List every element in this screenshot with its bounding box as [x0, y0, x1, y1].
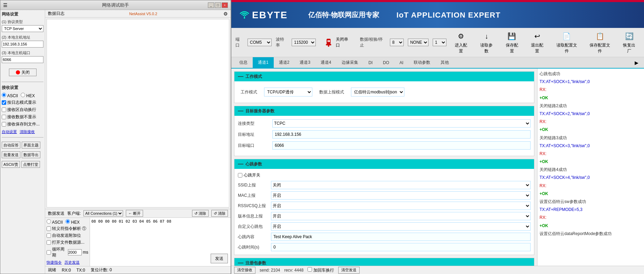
cycle-input[interactable]: [68, 249, 82, 255]
tab-info[interactable]: 信息: [234, 57, 253, 68]
tips-link[interactable]: 快捷指令: [47, 260, 62, 265]
tab-channel1[interactable]: 通道1: [253, 57, 274, 68]
tab-channel3[interactable]: 通道3: [294, 57, 315, 68]
baud-select[interactable]: 115200: [292, 39, 316, 46]
send-header: 数据发送 客户端: All Connections (1) ← 断开 ↺ 清除 …: [45, 209, 231, 218]
client-select[interactable]: All Connections (1): [83, 210, 123, 216]
sidebar-btn-row2: 批量发送 数据导出: [2, 151, 43, 158]
ascii-radio-label[interactable]: ASCII: [2, 93, 18, 98]
close-port-area: 关闭串口: [323, 37, 352, 48]
send-textarea[interactable]: 08 00 00 00 01 02 03 04 05 06 07 08: [90, 218, 231, 266]
mac-report-select[interactable]: 开启: [271, 191, 531, 200]
parity-select[interactable]: NONE: [408, 39, 429, 46]
no-display-check[interactable]: [2, 115, 6, 119]
ssid-report-select[interactable]: 关闭: [271, 181, 531, 189]
report-mode-select[interactable]: 亿佰特云modbus转json: [351, 88, 404, 97]
hex-radio[interactable]: [21, 93, 25, 97]
save-file-check[interactable]: [2, 122, 6, 126]
custom-heartbeat-select[interactable]: 开启: [271, 222, 531, 231]
heartbeat-toggle[interactable]: [238, 173, 242, 177]
tab-linked-params[interactable]: 联动参数: [409, 57, 435, 68]
clear-all-btn[interactable]: ↺ 清除: [211, 210, 228, 217]
clear-send-status-btn[interactable]: 清空发送: [338, 267, 360, 274]
target-port-input[interactable]: [272, 141, 531, 150]
history-link[interactable]: 历史发送: [64, 260, 80, 265]
target-port-label: 目标端口: [238, 143, 269, 149]
connect-type-label: 连接类型: [238, 121, 269, 126]
tab-channel2[interactable]: 通道2: [274, 57, 295, 68]
auto-response-btn[interactable]: 自动应答: [2, 142, 20, 149]
clear-recv-link[interactable]: 清除接收: [20, 129, 35, 134]
protocol-select[interactable]: TCP Server: [2, 25, 43, 32]
work-mode-select[interactable]: TCP/UDP透传: [264, 88, 312, 97]
enter-config-btn[interactable]: ⚙ 进入配置: [451, 29, 472, 55]
auto-send-row: 自动发送附加位: [47, 233, 88, 239]
local-port-input[interactable]: [2, 56, 43, 63]
divider2: [2, 137, 43, 138]
restore-btn[interactable]: 🔄 恢复出厂: [618, 29, 640, 55]
tab-edge-collect[interactable]: 边缘采集: [336, 57, 363, 68]
restore-btn[interactable]: □: [215, 2, 221, 8]
read-params-btn[interactable]: ↓ 读取参数: [476, 29, 497, 55]
tab-di[interactable]: DI: [363, 58, 378, 68]
show-mode-check[interactable]: [2, 100, 6, 105]
send-hex-radio[interactable]: [66, 219, 70, 224]
settings-icon[interactable]: ⚙: [223, 11, 228, 17]
exit-config-btn[interactable]: ↩ 退出配置: [527, 29, 548, 55]
connect-type-select[interactable]: TCPC: [272, 119, 531, 128]
send-ascii-label[interactable]: ASCII: [47, 219, 63, 225]
heartbeat-content-input[interactable]: [271, 233, 531, 241]
data-output-btn[interactable]: 数据导出: [22, 151, 40, 158]
close-btn-label: 关闭: [21, 70, 30, 75]
version-report-select[interactable]: 开启: [271, 212, 531, 220]
convert-check[interactable]: [47, 226, 51, 231]
report-mode-label: 数据上报模式: [319, 89, 344, 95]
auto-send-check[interactable]: [47, 233, 51, 238]
close-btn-win[interactable]: ×: [222, 2, 228, 8]
auto-wrap-check[interactable]: [2, 108, 6, 112]
heartbeat-time-input[interactable]: [271, 243, 531, 251]
target-ip-input[interactable]: [272, 130, 531, 139]
tab-other[interactable]: 其他: [435, 57, 454, 68]
log-entry: RX:: [540, 87, 642, 93]
tab-do[interactable]: DO: [378, 58, 394, 68]
tab-ai[interactable]: AI: [394, 58, 409, 68]
disconnect-btn[interactable]: ← 断开: [126, 210, 143, 217]
batch-send-btn[interactable]: 批量发送: [2, 151, 20, 158]
tab-arrow[interactable]: ▶: [632, 59, 641, 67]
save-config-file-btn[interactable]: 📋 保存配置文件: [585, 29, 615, 55]
netassist-menu-icon[interactable]: ☰: [3, 2, 8, 8]
loopback-check[interactable]: [308, 267, 312, 272]
send-box-area: ASCII HEX 转义符指令解析 ① 自动发送附加位: [45, 218, 231, 266]
send-options: ASCII HEX 转义符指令解析 ① 自动发送附加位: [45, 218, 90, 266]
protocol-field: (1) 协议类型 TCP Server: [2, 19, 43, 32]
mac-report-label: MAC上报: [238, 193, 269, 199]
open-file-label: 打开文件数据源...: [52, 240, 84, 245]
tab-channel4[interactable]: 通道4: [315, 57, 336, 68]
open-file-check[interactable]: [47, 240, 51, 245]
hex-radio-label[interactable]: HEX: [21, 93, 35, 98]
local-ip-input[interactable]: [2, 41, 43, 48]
clear-recv-btn[interactable]: 清空接收: [234, 267, 255, 274]
dot-print-btn[interactable]: 点整打堂: [21, 161, 40, 168]
minimize-btn[interactable]: _: [208, 2, 214, 8]
ascii-radio[interactable]: [2, 93, 6, 97]
send-ascii-radio[interactable]: [47, 219, 51, 224]
cycle-check[interactable]: [47, 250, 51, 255]
log-entry: RX:: [540, 183, 642, 189]
send-hex-label[interactable]: HEX: [66, 219, 80, 225]
heartbeat-body: 心跳开关 SSID上报 关闭 MAC上报 开启 RSSI/CSQ上报: [234, 169, 534, 255]
read-config-file-btn[interactable]: 📄 读取配置文件: [552, 29, 581, 55]
save-config-btn[interactable]: 💾 保存配置: [501, 29, 523, 55]
close-connection-btn[interactable]: 关闭: [9, 69, 37, 76]
port-select[interactable]: COM5: [248, 39, 272, 46]
rssi-report-select[interactable]: 开启: [271, 202, 531, 210]
send-button[interactable]: 发送: [211, 254, 228, 263]
stop-bits-select[interactable]: 1: [433, 39, 446, 46]
clear-send-btn[interactable]: ↺ 清除: [192, 210, 209, 217]
ascii-slash-btn[interactable]: ASCII/责: [2, 161, 20, 168]
data-bits-select[interactable]: 8: [390, 39, 404, 46]
auto-config-link[interactable]: 自动设置: [2, 129, 17, 134]
theme-btn[interactable]: 界面主题: [22, 142, 40, 149]
log-entry: +OK: [540, 191, 642, 197]
